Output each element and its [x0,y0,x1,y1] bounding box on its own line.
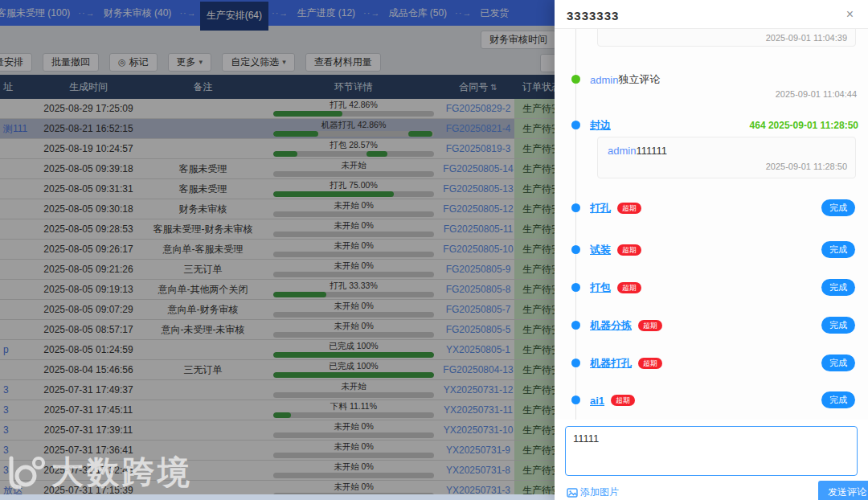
complete-button[interactable]: 完成 [821,199,855,216]
drawer-header: 3333333 × [555,0,868,29]
timeline-dot [571,359,580,367]
step-row: 机器分拣超期 [590,319,858,332]
add-image-link[interactable]: 添加图片 [567,486,619,499]
step-row: 打孔超期 [590,202,858,215]
overdue-badge: 超期 [611,395,635,406]
watermark-logo-icon [3,452,45,494]
timeline-dot [571,245,580,254]
complete-button[interactable]: 完成 [821,391,855,408]
timeline-scroll-area[interactable]: 2025-09-01 11:04:39 admin独立评论2025-09-01 … [555,29,868,420]
drawer-title: 3333333 [567,9,619,23]
step-row: ai1超期 [590,394,858,407]
complete-button[interactable]: 完成 [821,355,855,371]
partial-comment-box: 2025-09-01 11:04:39 [597,29,856,47]
screen: 客服未受理 (100)··→财务未审核 (40)··→生产安排(64)··→生产… [0,0,868,500]
comment-timestamp: 2025-09-01 11:28:50 [766,162,847,171]
overdue-badge: 超期 [617,203,641,214]
step-complete-info: 464 2025-09-01 11:28:50 [750,120,858,131]
detail-drawer: 3333333 × 2025-09-01 11:04:39 admin独立评论2… [555,0,868,500]
timeline-dot [571,75,580,84]
comment-timestamp: 2025-09-01 11:04:44 [776,89,857,99]
step-link[interactable]: 机器打孔 [590,356,632,371]
step-comment-box: admin1111112025-09-01 11:28:50 [597,137,856,178]
step-link[interactable]: ai1 [590,395,604,407]
timeline-dot [571,283,580,292]
send-comment-button[interactable]: 发送评论 [818,481,868,500]
timeline-dot [571,395,580,404]
timeline-dot [571,203,580,212]
overdue-badge: 超期 [617,244,641,256]
overdue-badge: 超期 [617,282,641,293]
complete-button[interactable]: 完成 [821,279,855,296]
comment-text: 111111 [636,145,667,157]
timeline-dot [571,321,580,330]
image-icon [567,487,578,498]
step-link[interactable]: 打包 [590,281,611,295]
step-row: 试装超期 [590,244,858,256]
comment-author: admin [590,74,618,86]
independent-comment-row: admin独立评论 [590,73,858,86]
step-row: 机器打孔超期 [590,357,858,370]
comment-composer: 添加图片 发送评论 [555,420,868,500]
step-link[interactable]: 打孔 [590,201,611,215]
watermark: 大数跨境 [3,450,193,494]
comment-text: 独立评论 [618,72,660,87]
step-link[interactable]: 机器分拣 [590,318,632,333]
close-icon[interactable]: × [846,8,854,21]
complete-button[interactable]: 完成 [821,241,855,258]
comment-author: admin [608,145,636,157]
step-link[interactable]: 试装 [590,243,611,257]
step-link[interactable]: 封边 [590,118,611,133]
step-row: 打包超期 [590,281,858,294]
modal-dim-overlay [0,0,555,500]
comment-input[interactable] [565,426,858,476]
complete-button[interactable]: 完成 [821,317,855,334]
timeline-dot [571,121,580,129]
watermark-text: 大数跨境 [51,450,193,494]
overdue-badge: 超期 [638,358,662,369]
horizontal-scrollbar[interactable] [0,494,555,500]
comment-timestamp: 2025-09-01 11:04:39 [766,33,847,43]
overdue-badge: 超期 [638,320,662,331]
